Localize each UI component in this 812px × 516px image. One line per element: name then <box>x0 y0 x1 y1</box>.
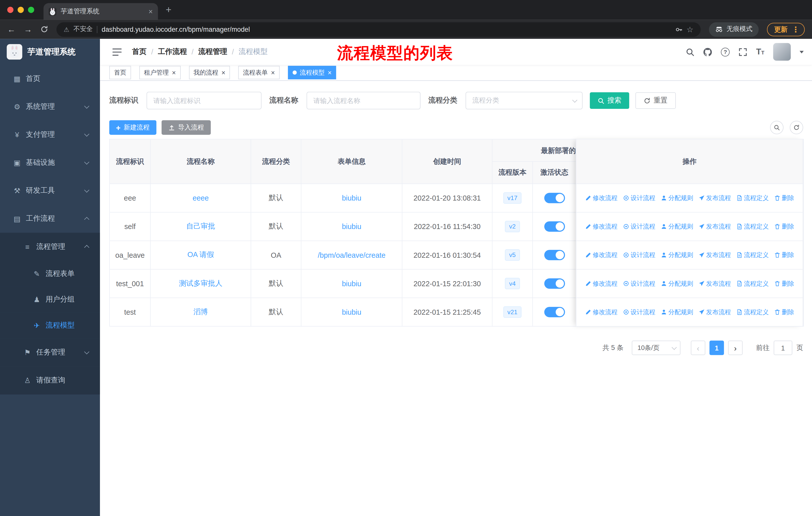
publish-process-link[interactable]: 发布流程 <box>698 279 731 288</box>
assign-rule-link[interactable]: 分配规则 <box>661 279 693 288</box>
modify-process-link[interactable]: 修改流程 <box>585 308 618 317</box>
process-name-link[interactable]: eeee <box>193 194 209 202</box>
sidebar-item-process-model[interactable]: ✈ 流程模型 <box>0 313 100 338</box>
process-definition-link[interactable]: 流程定义 <box>736 279 769 288</box>
import-process-button[interactable]: 导入流程 <box>161 120 210 135</box>
create-process-button[interactable]: + 新建流程 <box>109 120 156 135</box>
sidebar-item-system[interactable]: ⚙ 系统管理 <box>0 93 100 121</box>
github-icon[interactable] <box>703 47 712 56</box>
tag-tenant[interactable]: 租户管理 × <box>139 66 180 79</box>
delete-link[interactable]: 删除 <box>774 193 794 202</box>
reset-button[interactable]: 重置 <box>635 92 675 109</box>
current-page[interactable]: 1 <box>709 341 724 355</box>
tag-process-form[interactable]: 流程表单 × <box>238 66 280 79</box>
sidebar-item-leave-query[interactable]: ♙ 请假查询 <box>0 366 100 395</box>
sidebar-item-devtools[interactable]: ⚒ 研发工具 <box>0 177 100 205</box>
category-select[interactable]: 流程分类 <box>466 92 583 109</box>
sidebar-item-process-management[interactable]: ≡ 流程管理 <box>0 233 100 261</box>
active-toggle[interactable] <box>544 307 564 317</box>
active-toggle[interactable] <box>544 221 564 232</box>
form-info-link[interactable]: biubiu <box>342 308 361 316</box>
tab-close-icon[interactable]: × <box>148 8 153 15</box>
sidebar-item-home[interactable]: ▦ 首页 <box>0 65 100 93</box>
toggle-search-button[interactable] <box>770 121 783 134</box>
form-info-link[interactable]: biubiu <box>342 194 361 202</box>
process-key-input[interactable] <box>146 92 262 109</box>
password-key-icon[interactable] <box>675 26 683 33</box>
close-icon[interactable]: × <box>222 69 226 76</box>
process-name-link[interactable]: OA 请假 <box>187 250 214 259</box>
modify-process-link[interactable]: 修改流程 <box>585 279 618 288</box>
page-size-select[interactable]: 10条/页 <box>632 341 680 355</box>
delete-link[interactable]: 删除 <box>774 222 794 231</box>
process-definition-link[interactable]: 流程定义 <box>736 193 769 202</box>
browser-tab[interactable]: 芋道管理系统 × <box>44 3 158 20</box>
process-name-link[interactable]: 自己审批 <box>186 222 215 230</box>
bookmark-star-icon[interactable]: ☆ <box>687 25 693 34</box>
refresh-table-button[interactable] <box>790 121 803 134</box>
delete-link[interactable]: 删除 <box>774 279 794 288</box>
search-button[interactable]: 搜索 <box>590 92 629 109</box>
breadcrumb-workflow[interactable]: 工作流程 <box>158 47 187 56</box>
form-info-link[interactable]: biubiu <box>342 222 361 231</box>
delete-link[interactable]: 删除 <box>774 308 794 317</box>
window-zoom-button[interactable] <box>28 7 34 13</box>
sidebar-collapse-icon[interactable] <box>112 48 122 56</box>
design-process-link[interactable]: 设计流程 <box>623 308 656 317</box>
menu-kebab-icon[interactable]: ⋮ <box>792 25 800 34</box>
sidebar-item-task-management[interactable]: ⚑ 任务管理 <box>0 338 100 366</box>
publish-process-link[interactable]: 发布流程 <box>698 308 731 317</box>
tag-my-process[interactable]: 我的流程 × <box>189 66 230 79</box>
prev-page-button[interactable]: ‹ <box>691 341 705 355</box>
next-page-button[interactable]: › <box>728 341 743 355</box>
search-icon[interactable] <box>686 47 694 56</box>
address-bar[interactable]: ⚠ 不安全 dashboard.yudao.iocoder.cn/bpm/man… <box>56 22 700 36</box>
modify-process-link[interactable]: 修改流程 <box>585 251 618 260</box>
active-toggle[interactable] <box>544 193 564 203</box>
tag-process-model[interactable]: 流程模型 × <box>288 66 336 79</box>
active-toggle[interactable] <box>544 278 564 289</box>
modify-process-link[interactable]: 修改流程 <box>585 193 618 202</box>
assign-rule-link[interactable]: 分配规则 <box>661 193 693 202</box>
process-name-link[interactable]: 滔博 <box>193 307 208 316</box>
design-process-link[interactable]: 设计流程 <box>623 193 656 202</box>
close-icon[interactable]: × <box>271 69 275 76</box>
design-process-link[interactable]: 设计流程 <box>623 222 656 231</box>
close-icon[interactable]: × <box>172 69 176 76</box>
window-close-button[interactable] <box>7 7 13 13</box>
form-info-link[interactable]: biubiu <box>342 279 361 288</box>
goto-page-input[interactable] <box>774 341 792 355</box>
sidebar-item-process-form[interactable]: ✎ 流程表单 <box>0 261 100 287</box>
user-avatar[interactable] <box>773 43 791 61</box>
assign-rule-link[interactable]: 分配规则 <box>661 222 693 231</box>
process-definition-link[interactable]: 流程定义 <box>736 251 769 260</box>
fullscreen-icon[interactable] <box>738 47 747 56</box>
reload-icon[interactable] <box>40 25 48 33</box>
process-name-link[interactable]: 测试多审批人 <box>179 279 223 287</box>
process-name-input[interactable] <box>307 92 420 109</box>
design-process-link[interactable]: 设计流程 <box>623 251 656 260</box>
form-info-link[interactable]: /bpm/oa/leave/create <box>318 251 385 259</box>
tag-home[interactable]: 首页 <box>109 66 131 79</box>
breadcrumb-home[interactable]: 首页 <box>132 47 147 56</box>
back-icon[interactable]: ← <box>7 25 16 33</box>
publish-process-link[interactable]: 发布流程 <box>698 222 731 231</box>
window-minimize-button[interactable] <box>18 7 24 13</box>
sidebar-item-workflow[interactable]: ▤ 工作流程 <box>0 205 100 233</box>
forward-icon[interactable]: → <box>24 25 32 33</box>
breadcrumb-process-management[interactable]: 流程管理 <box>198 47 227 56</box>
sidebar-item-payment[interactable]: ¥ 支付管理 <box>0 121 100 148</box>
close-icon[interactable]: × <box>328 69 332 76</box>
publish-process-link[interactable]: 发布流程 <box>698 251 731 260</box>
assign-rule-link[interactable]: 分配规则 <box>661 308 693 317</box>
process-definition-link[interactable]: 流程定义 <box>736 308 769 317</box>
help-icon[interactable]: ? <box>721 47 730 56</box>
assign-rule-link[interactable]: 分配规则 <box>661 251 693 260</box>
modify-process-link[interactable]: 修改流程 <box>585 222 618 231</box>
delete-link[interactable]: 删除 <box>774 251 794 260</box>
sidebar-item-infrastructure[interactable]: ▣ 基础设施 <box>0 148 100 176</box>
active-toggle[interactable] <box>544 250 564 260</box>
font-size-icon[interactable]: TT <box>756 48 764 56</box>
design-process-link[interactable]: 设计流程 <box>623 279 656 288</box>
update-button[interactable]: 更新 ⋮ <box>767 22 805 36</box>
